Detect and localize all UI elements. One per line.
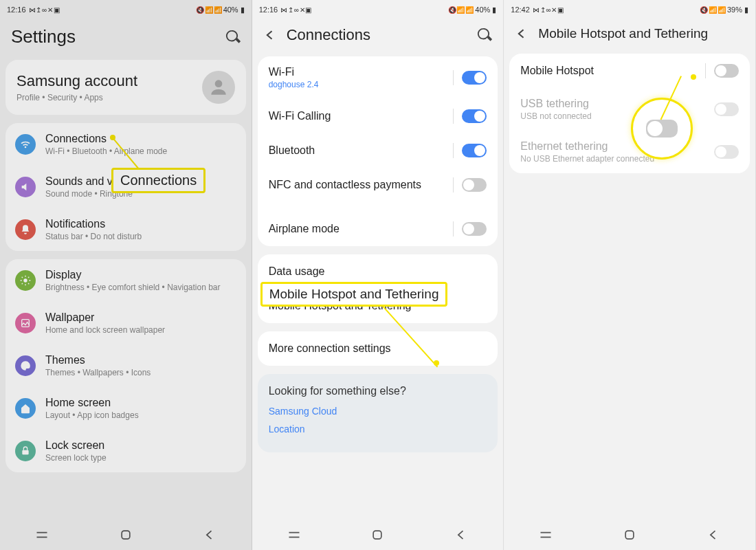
settings-list: Samsung account Profile • Security • App… (0, 60, 252, 520)
mobile-hotspot-row[interactable]: Mobile Hotspot (509, 54, 750, 88)
status-icons-left: ⋈ ↥ ∞ ✕ ▣ (29, 6, 59, 14)
status-battery: 40% (223, 6, 238, 14)
svg-rect-3 (22, 450, 28, 455)
usb-tethering-row: USB tethering USB not connected (509, 88, 750, 131)
settings-item-wallpaper[interactable]: WallpaperHome and lock screen wallpaper (5, 302, 246, 344)
nav-recents[interactable] (34, 527, 49, 542)
wifi-calling-toggle[interactable] (462, 109, 487, 123)
svg-point-1 (23, 278, 27, 282)
settings-item-themes[interactable]: ThemesThemes • Wallpapers • Icons (5, 344, 246, 387)
account-subtitle: Profile • Security • Apps (16, 93, 137, 102)
back-icon[interactable] (515, 27, 529, 41)
ethernet-tethering-toggle (714, 145, 739, 159)
status-battery: 39% (727, 6, 742, 14)
settings-screen: 12:16 ⋈ ↥ ∞ ✕ ▣ 🔇 📶 📶 40% ▮ Settings Sam… (0, 0, 252, 550)
settings-group-2: DisplayBrightness • Eye comfort shield •… (5, 259, 246, 472)
usb-tethering-toggle (714, 102, 739, 116)
nav-back[interactable] (202, 527, 217, 542)
settings-item-sounds[interactable]: Sounds and vibrationSound mode • Rington… (5, 166, 246, 208)
status-icons-right: 🔇 📶 📶 (448, 6, 474, 14)
hotspot-header: Mobile Hotspot and Tethering (504, 19, 755, 54)
connections-screen: 12:16 ⋈ ↥ ∞ ✕ ▣ 🔇 📶 📶 40% ▮ Connections … (252, 0, 504, 550)
nav-home[interactable] (118, 527, 133, 542)
svg-point-0 (214, 80, 222, 87)
location-link[interactable]: Location (269, 424, 487, 434)
nav-recents[interactable] (538, 527, 553, 542)
settings-item-connections[interactable]: ConnectionsWi-Fi • Bluetooth • Airplane … (5, 123, 246, 166)
more-connection-settings-row[interactable]: More connection settings (258, 331, 498, 366)
settings-item-display[interactable]: DisplayBrightness • Eye comfort shield •… (5, 259, 246, 302)
nav-back[interactable] (454, 527, 469, 542)
status-icons-left: ⋈ ↥ ∞ ✕ ▣ (280, 6, 311, 14)
samsung-account-card[interactable]: Samsung account Profile • Security • App… (5, 60, 246, 115)
connections-group-2: Data usage Mobile Hotspot and Tethering (258, 254, 498, 323)
status-time: 12:16 (259, 6, 278, 14)
nav-back[interactable] (706, 527, 721, 542)
connections-header: Connections (252, 19, 504, 56)
connections-list: Wi-Fi doghouse 2.4 Wi-Fi Calling Bluetoo… (252, 56, 504, 520)
svg-rect-4 (122, 531, 130, 539)
bluetooth-row[interactable]: Bluetooth (258, 133, 498, 168)
airplane-toggle[interactable] (462, 222, 487, 236)
looking-for-card: Looking for something else? Samsung Clou… (258, 374, 498, 452)
wifi-calling-row[interactable]: Wi-Fi Calling (258, 99, 498, 133)
bell-icon (15, 219, 36, 240)
hotspot-list: Mobile Hotspot USB tethering USB not con… (504, 54, 755, 520)
battery-icon: ▮ (744, 6, 748, 14)
status-battery: 40% (475, 6, 490, 14)
nav-recents[interactable] (287, 527, 302, 542)
themes-icon (15, 355, 36, 376)
battery-icon: ▮ (492, 6, 496, 14)
samsung-cloud-link[interactable]: Samsung Cloud (269, 406, 487, 417)
avatar[interactable] (202, 71, 235, 104)
settings-group-1: ConnectionsWi-Fi • Bluetooth • Airplane … (5, 123, 246, 251)
nfc-row[interactable]: NFC and contactless payments (258, 168, 498, 202)
bluetooth-toggle[interactable] (462, 144, 487, 157)
nav-bar (252, 520, 504, 550)
svg-rect-5 (374, 531, 382, 539)
connections-group-3: More connection settings (258, 331, 498, 366)
status-icons-left: ⋈ ↥ ∞ ✕ ▣ (533, 6, 563, 14)
page-title: Settings (11, 26, 216, 47)
nfc-toggle[interactable] (462, 178, 487, 192)
search-icon[interactable] (477, 28, 492, 43)
sun-icon (15, 270, 36, 291)
status-bar: 12:42 ⋈ ↥ ∞ ✕ ▣ 🔇 📶 📶 39% ▮ (504, 0, 755, 19)
airplane-mode-row[interactable]: Airplane mode (258, 212, 498, 246)
battery-icon: ▮ (241, 6, 245, 14)
status-bar: 12:16 ⋈ ↥ ∞ ✕ ▣ 🔇 📶 📶 40% ▮ (0, 0, 252, 19)
status-time: 12:16 (7, 6, 26, 14)
status-icons-right: 🔇 📶 📶 (700, 6, 725, 14)
back-icon[interactable] (263, 28, 277, 42)
wifi-toggle[interactable] (462, 71, 487, 85)
nav-home[interactable] (622, 527, 637, 542)
settings-item-home-screen[interactable]: Home screenLayout • App icon badges (5, 387, 246, 430)
settings-header: Settings (0, 19, 252, 60)
sound-icon (15, 177, 36, 197)
wifi-row[interactable]: Wi-Fi doghouse 2.4 (258, 56, 498, 99)
page-title: Connections (287, 26, 468, 44)
status-bar: 12:16 ⋈ ↥ ∞ ✕ ▣ 🔇 📶 📶 40% ▮ (252, 0, 504, 19)
lock-icon (15, 441, 36, 461)
settings-item-notifications[interactable]: NotificationsStatus bar • Do not disturb (5, 208, 246, 251)
search-icon[interactable] (225, 30, 241, 45)
hotspot-tethering-row[interactable]: Mobile Hotspot and Tethering (258, 289, 498, 323)
data-usage-row[interactable]: Data usage (258, 254, 498, 289)
hotspot-group: Mobile Hotspot USB tethering USB not con… (509, 54, 750, 173)
status-time: 12:42 (511, 6, 530, 14)
wallpaper-icon (15, 313, 36, 333)
nav-bar (0, 520, 252, 550)
nav-bar (504, 520, 755, 550)
nav-home[interactable] (370, 527, 385, 542)
hotspot-screen: 12:42 ⋈ ↥ ∞ ✕ ▣ 🔇 📶 📶 39% ▮ Mobile Hotsp… (504, 0, 756, 550)
account-title: Samsung account (16, 72, 137, 90)
mobile-hotspot-toggle[interactable] (714, 64, 739, 78)
svg-rect-6 (625, 531, 634, 539)
settings-item-lock-screen[interactable]: Lock screenScreen lock type (5, 430, 246, 472)
ethernet-tethering-row: Ethernet tethering No USB Ethernet adapt… (509, 131, 750, 173)
home-icon (15, 398, 36, 419)
connections-group-1: Wi-Fi doghouse 2.4 Wi-Fi Calling Bluetoo… (258, 56, 498, 246)
page-title: Mobile Hotspot and Tethering (538, 26, 744, 41)
wifi-icon (15, 134, 36, 155)
status-icons-right: 🔇 📶 📶 (196, 6, 221, 14)
